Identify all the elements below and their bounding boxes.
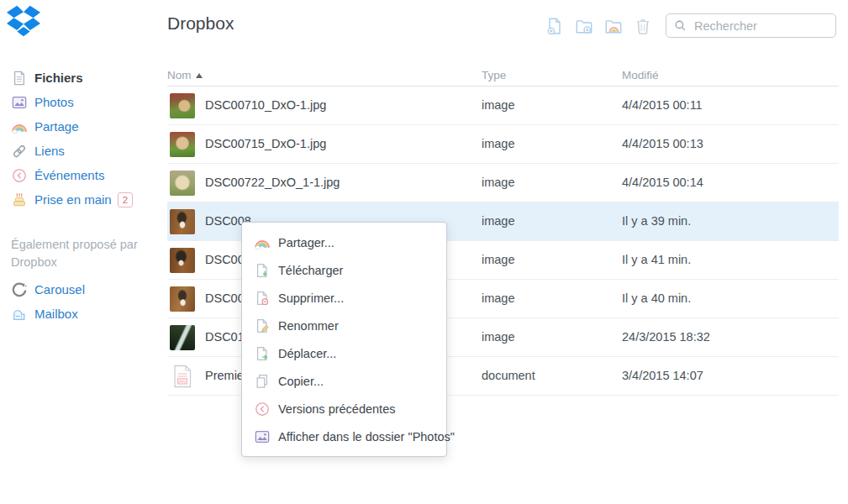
file-modified: 24/3/2015 18:32 — [622, 330, 710, 344]
search-icon — [674, 19, 687, 32]
sidebar-item-liens[interactable]: Liens — [0, 139, 167, 163]
new-folder-button[interactable] — [575, 17, 593, 35]
file-name: DSC00710_DxO-1.jpg — [205, 98, 326, 112]
table-row[interactable]: DSC00710_DxO-1.jpg image 4/4/2015 00:11 — [167, 87, 839, 125]
table-row[interactable]: DSC00722_DxO_1-1.jpg image 4/4/2015 00:1… — [167, 164, 839, 202]
file-thumbnail — [170, 93, 195, 118]
file-icon — [12, 71, 27, 86]
promo-section-header: Également proposé par Dropbox — [11, 236, 150, 271]
search-box — [666, 13, 836, 38]
sidebar-item-label: Partage — [34, 119, 79, 134]
file-thumbnail — [170, 286, 195, 312]
file-modified: 4/4/2015 00:11 — [622, 98, 703, 112]
link-icon — [12, 144, 27, 159]
sidebar-item-label: Événements — [34, 168, 104, 182]
context-menu: Partager... Télécharger Supprimer... Ren… — [241, 222, 447, 457]
cake-icon — [12, 192, 27, 207]
clock-icon — [255, 402, 270, 417]
sort-asc-icon — [196, 73, 203, 78]
menu-item-label: Renommer — [278, 319, 339, 333]
sidebar-promo: Carousel Mailbox — [0, 277, 167, 326]
menu-item-partager[interactable]: Partager... — [242, 228, 446, 256]
file-type: image — [482, 137, 515, 150]
sidebar-item-label: Photos — [34, 95, 74, 109]
page-title: Dropbox — [167, 13, 234, 34]
toolbar — [545, 17, 663, 35]
sidebar-item-evenements[interactable]: Événements — [0, 163, 167, 187]
menu-item-label: Supprimer... — [278, 291, 344, 305]
dropbox-logo-icon[interactable] — [7, 5, 40, 37]
file-type: image — [482, 98, 515, 112]
share-folder-button[interactable] — [604, 17, 623, 35]
menu-item-label: Déplacer... — [278, 347, 336, 360]
file-type: image — [482, 253, 515, 266]
menu-item-supprimer[interactable]: Supprimer... — [242, 284, 446, 312]
copy-icon — [255, 374, 270, 389]
clock-icon — [12, 168, 27, 183]
column-header-modified[interactable]: Modifié — [622, 69, 659, 81]
sidebar-item-label: Carousel — [34, 282, 85, 297]
menu-item-versions-precedentes[interactable]: Versions précédentes — [242, 395, 446, 423]
sidebar-item-label: Prise en main — [34, 192, 112, 207]
photos-icon — [255, 429, 270, 444]
menu-item-label: Afficher dans le dossier "Photos" — [278, 430, 455, 444]
file-name: DSC00722_DxO_1-1.jpg — [205, 176, 340, 189]
file-thumbnail — [170, 364, 195, 389]
file-thumbnail — [170, 248, 195, 273]
sidebar-nav: Fichiers Photos Partage Liens Événements — [0, 66, 167, 212]
file-type: image — [482, 291, 515, 305]
menu-item-label: Copier... — [278, 375, 324, 388]
menu-item-deplacer[interactable]: Déplacer... — [242, 339, 446, 367]
search-input[interactable] — [693, 18, 828, 34]
file-thumbnail — [170, 132, 195, 157]
rename-icon — [255, 318, 270, 333]
menu-item-renommer[interactable]: Renommer — [242, 312, 446, 339]
file-thumbnail — [170, 171, 195, 196]
file-type: image — [482, 214, 515, 228]
file-modified: 4/4/2015 00:13 — [622, 137, 703, 150]
file-thumbnail — [170, 209, 195, 234]
delete-doc-icon — [255, 291, 270, 306]
file-type: document — [482, 369, 535, 382]
notification-badge: 2 — [118, 192, 133, 207]
delete-button[interactable] — [634, 17, 652, 35]
menu-item-label: Télécharger — [278, 264, 343, 277]
sidebar-item-fichiers[interactable]: Fichiers — [0, 66, 167, 90]
column-header-name[interactable]: Nom — [167, 69, 203, 81]
upload-file-button[interactable] — [545, 17, 564, 35]
file-modified: Il y a 40 min. — [622, 291, 691, 305]
sidebar-item-prise-en-main[interactable]: Prise en main 2 — [0, 187, 167, 212]
move-icon — [255, 346, 270, 361]
sidebar-item-label: Mailbox — [34, 307, 78, 321]
document-thumbnail-icon — [170, 364, 195, 389]
rainbow-icon — [12, 119, 27, 134]
sidebar-item-label: Fichiers — [34, 71, 83, 85]
file-modified: 4/4/2015 00:14 — [622, 176, 703, 189]
menu-item-copier[interactable]: Copier... — [242, 367, 446, 395]
column-header-type[interactable]: Type — [482, 69, 506, 81]
mailbox-icon — [12, 307, 27, 322]
download-icon — [255, 263, 270, 278]
carousel-icon — [12, 282, 27, 297]
sidebar-item-mailbox[interactable]: Mailbox — [0, 302, 167, 326]
sidebar-item-partage[interactable]: Partage — [0, 114, 167, 139]
menu-item-label: Versions précédentes — [278, 402, 395, 416]
file-modified: 3/4/2015 14:07 — [622, 369, 703, 382]
sidebar-item-label: Liens — [34, 144, 65, 158]
file-type: image — [482, 176, 515, 189]
file-modified: Il y a 41 min. — [622, 253, 691, 266]
menu-item-afficher-dossier-photos[interactable]: Afficher dans le dossier "Photos" — [242, 423, 446, 450]
menu-item-telecharger[interactable]: Télécharger — [242, 256, 446, 284]
file-name: DSC00715_DxO-1.jpg — [205, 137, 326, 150]
sidebar-item-carousel[interactable]: Carousel — [0, 277, 167, 302]
file-modified: Il y a 39 min. — [622, 214, 691, 228]
rainbow-icon — [255, 235, 270, 250]
table-row[interactable]: DSC00715_DxO-1.jpg image 4/4/2015 00:13 — [167, 125, 839, 164]
file-type: image — [482, 330, 515, 344]
file-thumbnail — [170, 325, 195, 350]
sidebar-item-photos[interactable]: Photos — [0, 90, 167, 114]
sidebar: Fichiers Photos Partage Liens Événements — [0, 0, 167, 504]
photos-icon — [12, 95, 27, 110]
menu-item-label: Partager... — [278, 236, 334, 249]
